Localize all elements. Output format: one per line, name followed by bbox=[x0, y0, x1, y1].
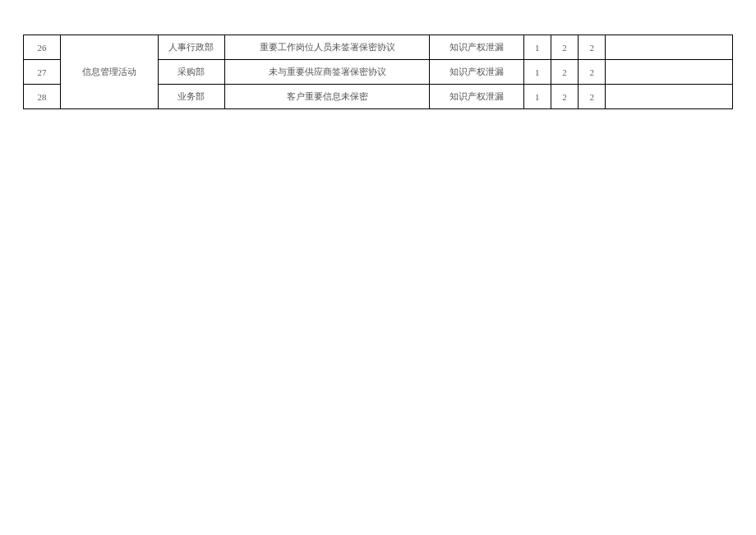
cell-note bbox=[606, 60, 733, 85]
data-table: 26 信息管理活动 人事行政部 重要工作岗位人员未签署保密协议 知识产权泄漏 1… bbox=[23, 35, 733, 109]
table-row: 26 信息管理活动 人事行政部 重要工作岗位人员未签署保密协议 知识产权泄漏 1… bbox=[24, 35, 733, 60]
cell-number: 28 bbox=[24, 85, 61, 109]
cell-number: 27 bbox=[24, 60, 61, 85]
cell-dept: 采购部 bbox=[159, 60, 225, 85]
cell-score2: 2 bbox=[551, 60, 578, 85]
cell-score3: 2 bbox=[579, 60, 606, 85]
cell-note bbox=[606, 35, 733, 60]
cell-score3: 2 bbox=[579, 85, 606, 109]
cell-score1: 1 bbox=[523, 85, 551, 109]
cell-score3: 2 bbox=[579, 35, 606, 60]
cell-desc: 重要工作岗位人员未签署保密协议 bbox=[224, 35, 430, 60]
cell-number: 26 bbox=[24, 35, 61, 60]
cell-dept: 人事行政部 bbox=[159, 35, 225, 60]
cell-type: 知识产权泄漏 bbox=[430, 85, 523, 109]
cell-score2: 2 bbox=[551, 85, 578, 109]
cell-desc: 客户重要信息未保密 bbox=[224, 85, 430, 109]
cell-dept: 业务部 bbox=[159, 85, 225, 109]
cell-type: 知识产权泄漏 bbox=[430, 60, 523, 85]
cell-note bbox=[606, 85, 733, 109]
cell-score1: 1 bbox=[523, 35, 551, 60]
cell-score2: 2 bbox=[551, 35, 578, 60]
cell-desc: 未与重要供应商签署保密协议 bbox=[224, 60, 430, 85]
cell-score1: 1 bbox=[523, 60, 551, 85]
cell-category: 信息管理活动 bbox=[61, 35, 159, 109]
cell-type: 知识产权泄漏 bbox=[430, 35, 523, 60]
